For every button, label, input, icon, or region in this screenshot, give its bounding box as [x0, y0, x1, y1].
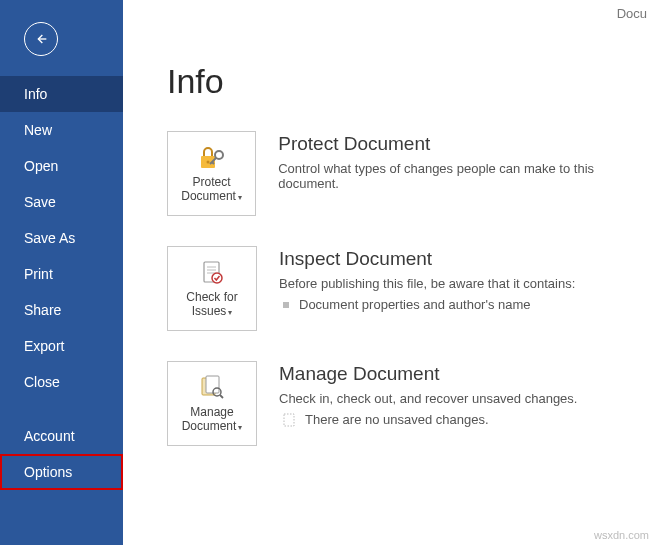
- sidebar-item-save[interactable]: Save: [0, 184, 123, 220]
- lock-key-icon: [196, 143, 228, 173]
- back-button[interactable]: [24, 22, 58, 56]
- inspect-bullet-text: Document properties and author's name: [299, 297, 531, 312]
- sidebar-item-export[interactable]: Export: [0, 328, 123, 364]
- sidebar-item-options[interactable]: Options: [0, 454, 123, 490]
- page-title: Info: [167, 62, 655, 101]
- titlebar-doc-label: Docu: [617, 6, 647, 21]
- sidebar-item-open[interactable]: Open: [0, 148, 123, 184]
- manage-status-text: There are no unsaved changes.: [305, 412, 489, 427]
- protect-desc: Control what types of changes people can…: [278, 161, 655, 191]
- document-magnify-icon: [197, 373, 227, 403]
- document-check-icon: [197, 258, 227, 288]
- manage-desc: Check in, check out, and recover unsaved…: [279, 391, 577, 406]
- sidebar-item-share[interactable]: Share: [0, 292, 123, 328]
- manage-title: Manage Document: [279, 363, 577, 385]
- protect-title: Protect Document: [278, 133, 655, 155]
- section-inspect: Check for Issues▾ Inspect Document Befor…: [167, 246, 655, 331]
- chevron-down-icon: ▾: [238, 193, 242, 202]
- backstage-sidebar: Info New Open Save Save As Print Share E…: [0, 0, 123, 545]
- sidebar-item-info[interactable]: Info: [0, 76, 123, 112]
- sidebar-item-new[interactable]: New: [0, 112, 123, 148]
- document-outline-icon: [283, 413, 295, 427]
- section-manage: Manage Document▾ Manage Document Check i…: [167, 361, 655, 446]
- inspect-title: Inspect Document: [279, 248, 575, 270]
- section-protect: Protect Document▾ Protect Document Contr…: [167, 131, 655, 216]
- chevron-down-icon: ▾: [228, 308, 232, 317]
- protect-tile-label: Protect Document: [181, 175, 236, 203]
- protect-document-button[interactable]: Protect Document▾: [167, 131, 256, 216]
- manage-status-item: There are no unsaved changes.: [279, 412, 577, 427]
- inspect-desc: Before publishing this file, be aware th…: [279, 276, 575, 291]
- manage-document-button[interactable]: Manage Document▾: [167, 361, 257, 446]
- watermark-text: wsxdn.com: [594, 529, 649, 541]
- bullet-icon: [283, 302, 289, 308]
- main-content: Docu Info Protect Document▾ Protect Docu…: [123, 0, 655, 545]
- svg-rect-15: [284, 414, 294, 426]
- backstage-nav: Info New Open Save Save As Print Share E…: [0, 76, 123, 490]
- sidebar-item-save-as[interactable]: Save As: [0, 220, 123, 256]
- manage-tile-label: Manage Document: [182, 405, 237, 433]
- inspect-bullet-item: Document properties and author's name: [279, 297, 575, 312]
- svg-rect-12: [206, 376, 219, 393]
- svg-point-3: [215, 151, 223, 159]
- back-arrow-icon: [33, 31, 49, 47]
- svg-line-14: [220, 395, 223, 398]
- chevron-down-icon: ▾: [238, 423, 242, 432]
- svg-point-2: [206, 161, 209, 164]
- sidebar-item-print[interactable]: Print: [0, 256, 123, 292]
- sidebar-item-close[interactable]: Close: [0, 364, 123, 400]
- check-issues-button[interactable]: Check for Issues▾: [167, 246, 257, 331]
- sidebar-item-account[interactable]: Account: [0, 418, 123, 454]
- svg-line-5: [212, 162, 214, 164]
